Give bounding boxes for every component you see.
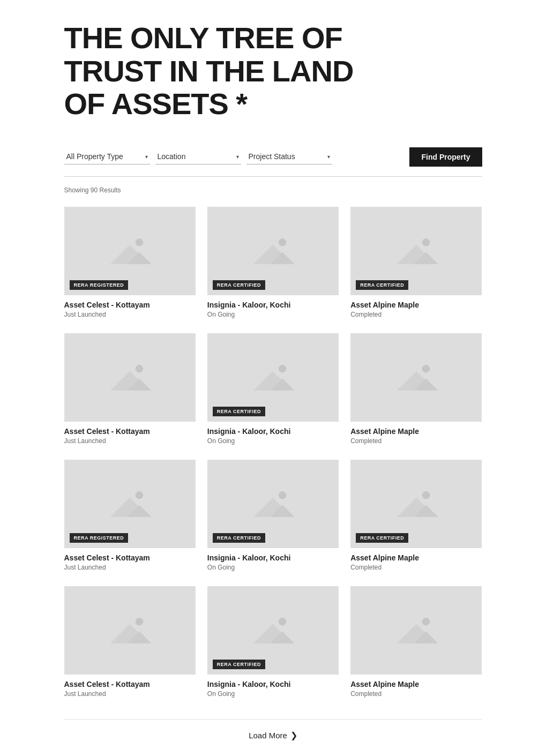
- property-type-filter[interactable]: All Property Type ▾: [64, 149, 150, 164]
- page-wrapper: THE ONLY TREE OF TRUST IN THE LAND OF AS…: [32, 0, 514, 756]
- svg-point-9: [136, 365, 143, 372]
- property-name: Asset Celest - Kottayam: [64, 553, 196, 562]
- rera-badge: RERA CERTIFIED: [356, 533, 408, 543]
- property-card[interactable]: RERA REGISTEREDAsset Celest - KottayamJu…: [64, 460, 196, 571]
- rera-badge: RERA CERTIFIED: [213, 407, 265, 416]
- property-card[interactable]: Asset Celest - KottayamJust Launched: [64, 586, 196, 698]
- property-status: Completed: [350, 564, 482, 571]
- rera-badge: RERA REGISTERED: [70, 280, 129, 290]
- property-status: On Going: [207, 564, 339, 571]
- property-status: Just Launched: [64, 690, 196, 698]
- property-card[interactable]: RERA REGISTEREDAsset Celest - KottayamJu…: [64, 207, 196, 318]
- project-status-filter[interactable]: Project Status ▾: [246, 149, 332, 164]
- rera-badge: RERA CERTIFIED: [356, 280, 408, 290]
- rera-badge: RERA CERTIFIED: [213, 533, 265, 543]
- location-filter[interactable]: Location ▾: [155, 149, 241, 164]
- property-image: [350, 333, 482, 422]
- property-card[interactable]: RERA CERTIFIEDInsignia - Kaloor, KochiOn…: [207, 333, 339, 445]
- property-image: [64, 333, 196, 422]
- rera-badge: RERA CERTIFIED: [213, 280, 265, 290]
- property-name: Asset Celest - Kottayam: [64, 301, 196, 309]
- property-name: Asset Alpine Maple: [350, 427, 482, 436]
- property-card[interactable]: RERA CERTIFIEDInsignia - Kaloor, KochiOn…: [207, 207, 339, 318]
- rera-badge: RERA REGISTERED: [70, 533, 129, 543]
- property-name: Asset Alpine Maple: [350, 301, 482, 309]
- property-name: Asset Alpine Maple: [350, 680, 482, 688]
- property-image: RERA REGISTERED: [64, 460, 196, 548]
- property-name: Insignia - Kaloor, Kochi: [207, 680, 339, 688]
- property-image: [350, 586, 482, 675]
- svg-point-6: [422, 238, 430, 246]
- property-status: Just Launched: [64, 564, 196, 571]
- load-more-label: Load More: [249, 731, 287, 740]
- property-card[interactable]: Asset Alpine MapleCompleted: [350, 333, 482, 445]
- property-name: Insignia - Kaloor, Kochi: [207, 427, 339, 436]
- property-status: Completed: [350, 311, 482, 318]
- property-name: Insignia - Kaloor, Kochi: [207, 301, 339, 309]
- property-status: On Going: [207, 437, 339, 445]
- svg-point-0: [136, 238, 143, 246]
- property-type-label: All Property Type: [66, 152, 123, 161]
- location-label: Location: [158, 152, 186, 161]
- property-image: RERA CERTIFIED: [207, 460, 339, 548]
- load-more-bar: Load More ❯: [64, 719, 482, 751]
- property-card[interactable]: Asset Alpine MapleCompleted: [350, 586, 482, 698]
- svg-point-18: [136, 491, 143, 499]
- property-image: [64, 586, 196, 675]
- property-card[interactable]: RERA CERTIFIEDAsset Alpine MapleComplete…: [350, 207, 482, 318]
- arrow-right-icon: ❯: [290, 730, 297, 740]
- property-name: Insignia - Kaloor, Kochi: [207, 553, 339, 562]
- property-image: RERA CERTIFIED: [350, 207, 482, 295]
- property-image: RERA CERTIFIED: [207, 586, 339, 675]
- svg-point-33: [422, 618, 430, 625]
- svg-point-21: [279, 491, 286, 499]
- rera-badge: RERA CERTIFIED: [213, 660, 265, 669]
- svg-point-24: [422, 491, 430, 499]
- property-image: RERA CERTIFIED: [207, 207, 339, 295]
- property-status: Completed: [350, 437, 482, 445]
- property-status: Completed: [350, 690, 482, 698]
- chevron-down-icon: ▾: [236, 154, 239, 160]
- chevron-down-icon: ▾: [327, 154, 330, 160]
- find-property-button[interactable]: Find Property: [409, 147, 482, 167]
- property-status: Just Launched: [64, 311, 196, 318]
- property-grid: RERA REGISTEREDAsset Celest - KottayamJu…: [64, 207, 482, 698]
- filter-bar: All Property Type ▾ Location ▾ Project S…: [64, 147, 482, 177]
- hero-title: THE ONLY TREE OF TRUST IN THE LAND OF AS…: [64, 21, 386, 121]
- property-card[interactable]: Asset Celest - KottayamJust Launched: [64, 333, 196, 445]
- svg-point-30: [279, 618, 286, 625]
- results-count: Showing 90 Results: [64, 186, 482, 194]
- property-name: Asset Celest - Kottayam: [64, 427, 196, 436]
- chevron-down-icon: ▾: [145, 154, 148, 160]
- svg-point-12: [279, 365, 286, 372]
- property-status: On Going: [207, 311, 339, 318]
- property-card[interactable]: RERA CERTIFIEDAsset Alpine MapleComplete…: [350, 460, 482, 571]
- svg-point-15: [422, 365, 430, 372]
- load-more-button[interactable]: Load More ❯: [249, 730, 297, 740]
- property-card[interactable]: RERA CERTIFIEDInsignia - Kaloor, KochiOn…: [207, 460, 339, 571]
- property-image: RERA CERTIFIED: [207, 333, 339, 422]
- project-status-label: Project Status: [249, 152, 295, 161]
- property-status: On Going: [207, 690, 339, 698]
- property-status: Just Launched: [64, 437, 196, 445]
- property-name: Asset Celest - Kottayam: [64, 680, 196, 688]
- property-image: RERA REGISTERED: [64, 207, 196, 295]
- svg-point-3: [279, 238, 286, 246]
- property-card[interactable]: RERA CERTIFIEDInsignia - Kaloor, KochiOn…: [207, 586, 339, 698]
- property-image: RERA CERTIFIED: [350, 460, 482, 548]
- property-name: Asset Alpine Maple: [350, 553, 482, 562]
- svg-point-27: [136, 618, 143, 625]
